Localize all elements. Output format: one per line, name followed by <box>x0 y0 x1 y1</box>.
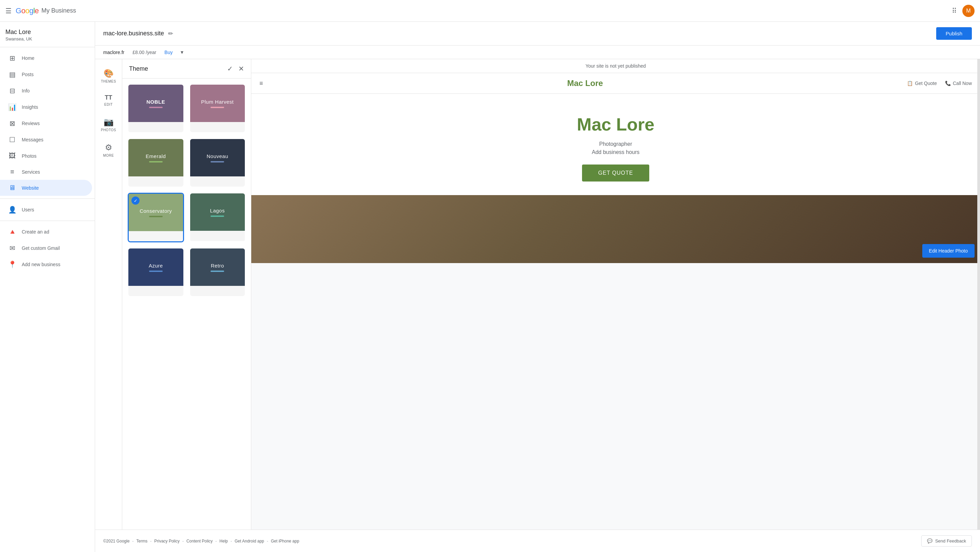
footer-iphone-app[interactable]: Get iPhone app <box>271 539 299 544</box>
sidebar-item-info[interactable]: ⊟ Info <box>0 83 92 99</box>
more-icon-label: MORE <box>103 154 114 157</box>
sidebar-item-add-business[interactable]: 📍 Add new business <box>0 256 95 273</box>
services-label: Services <box>22 169 40 175</box>
theme-card-nouveau[interactable]: Nouveau <box>189 138 246 187</box>
create-ad-icon: 🔺 <box>8 228 16 236</box>
edit-text-icon: TT <box>105 94 112 101</box>
preview-get-quote-link[interactable]: 📋 Get Quote <box>907 81 937 86</box>
quote-icon: 📋 <box>907 81 913 86</box>
panel-icon-more[interactable]: ⚙ MORE <box>96 139 121 161</box>
apps-grid-icon[interactable]: ⠿ <box>952 7 957 15</box>
theme-card-lagos[interactable]: Lagos <box>189 193 246 242</box>
not-published-notice: Your site is not yet published <box>251 59 980 73</box>
theme-close-icon[interactable]: ✕ <box>239 65 244 73</box>
google-logo-text: Google <box>16 6 39 15</box>
theme-name-nouveau: Nouveau <box>207 153 228 159</box>
sidebar-item-photos[interactable]: 🖼 Photos <box>0 148 92 164</box>
sidebar: Mac Lore Swansea, UK ⊞ Home ▤ Posts ⊟ In… <box>0 22 95 552</box>
edit-header-photo-button[interactable]: Edit Header Photo <box>922 244 975 258</box>
feedback-icon: 💬 <box>927 538 932 544</box>
sidebar-item-website[interactable]: 🖥 Website <box>0 180 92 196</box>
sidebar-item-reviews[interactable]: ⊠ Reviews <box>0 115 92 132</box>
insights-icon: 📊 <box>8 103 16 111</box>
theme-card-retro[interactable]: Retro <box>189 248 246 297</box>
my-business-logo-text: My Business <box>41 7 76 14</box>
sidebar-item-services[interactable]: ≡ Services <box>0 164 92 180</box>
theme-card-plum-harvest[interactable]: Plum Harvest <box>189 84 246 133</box>
sidebar-item-home[interactable]: ⊞ Home <box>0 50 92 66</box>
header-photo-placeholder <box>251 195 980 263</box>
users-label: Users <box>22 207 34 212</box>
camera-icon: 📷 <box>103 117 114 127</box>
reviews-icon: ⊠ <box>8 119 16 128</box>
theme-name-conservatory: Conservatory <box>140 208 172 214</box>
theme-confirm-icon[interactable]: ✓ <box>227 65 233 73</box>
preview-call-now-link[interactable]: 📞 Call Now <box>945 81 972 86</box>
top-nav-left: ☰ Google My Business <box>5 6 76 15</box>
theme-name-azure: Azure <box>149 263 163 268</box>
panel-icon-photos[interactable]: 📷 PHOTOS <box>96 113 121 136</box>
photos-icon: 🖼 <box>8 152 16 160</box>
site-url: mac-lore.business.site <box>103 30 164 37</box>
add-business-icon: 📍 <box>8 260 16 268</box>
theme-card-bottom-plum-harvest <box>190 122 245 132</box>
domain-name: maclore.fr <box>103 49 124 55</box>
site-footer: ©2021 Google - Terms - Privacy Policy - … <box>95 530 980 552</box>
edit-url-icon[interactable]: ✏ <box>168 30 173 37</box>
home-icon: ⊞ <box>8 54 16 62</box>
theme-card-noble[interactable]: NOBLE <box>128 84 184 133</box>
sidebar-item-insights[interactable]: 📊 Insights <box>0 99 92 115</box>
domain-price: £8.00 /year <box>132 49 156 55</box>
footer-help[interactable]: Help <box>220 539 228 544</box>
theme-card-bottom-lagos <box>190 231 245 241</box>
preview-cta-button[interactable]: GET QUOTE <box>582 164 650 182</box>
footer-android-app[interactable]: Get Android app <box>235 539 264 544</box>
sidebar-item-messages[interactable]: ☐ Messages <box>0 132 92 148</box>
business-info: Mac Lore Swansea, UK <box>0 22 95 47</box>
hamburger-icon[interactable]: ☰ <box>5 7 11 15</box>
theme-bar-azure <box>149 271 163 272</box>
settings-icon: ⚙ <box>105 143 112 152</box>
footer-content-policy[interactable]: Content Policy <box>186 539 213 544</box>
messages-label: Messages <box>22 137 43 142</box>
quote-link-text: Get Quote <box>915 81 937 86</box>
top-nav-right: ⠿ M <box>952 5 975 17</box>
sidebar-item-create-ad[interactable]: 🔺 Create an ad <box>0 224 95 240</box>
chevron-down-icon[interactable]: ▾ <box>181 49 183 56</box>
content-area: mac-lore.business.site ✏ Publish maclore… <box>95 22 980 552</box>
preview-nav-right: 📋 Get Quote 📞 Call Now <box>907 81 972 86</box>
sidebar-item-get-gmail[interactable]: ✉ Get custom Gmail <box>0 240 95 256</box>
footer-terms[interactable]: Terms <box>137 539 148 544</box>
themes-icon-label: THEMES <box>101 80 116 83</box>
home-label: Home <box>22 56 34 61</box>
preview-nav-hamburger: ≡ <box>259 80 263 87</box>
selected-check-icon: ✓ <box>131 196 140 205</box>
theme-card-emerald[interactable]: Emerald <box>128 138 184 187</box>
website-label: Website <box>22 185 39 191</box>
theme-panel: 🎨 THEMES TT EDIT 📷 PHOTOS ⚙ MORE <box>95 59 251 530</box>
theme-card-azure[interactable]: Azure <box>128 248 184 297</box>
preview-hero: Mac Lore Photographer Add business hours… <box>251 94 980 195</box>
preview-scrollable[interactable]: ≡ Mac Lore 📋 Get Quote 📞 Call Now <box>251 73 980 530</box>
send-feedback-button[interactable]: 💬 Send Feedback <box>921 535 972 547</box>
preview-scrollbar[interactable] <box>977 59 980 530</box>
sidebar-item-users[interactable]: 👤 Users <box>0 201 92 218</box>
photos-label: Photos <box>22 153 37 159</box>
theme-name-lagos: Lagos <box>210 208 225 214</box>
panel-icon-themes[interactable]: 🎨 THEMES <box>96 65 121 87</box>
theme-grid-panel: Theme ✓ ✕ NOBLE Plum Ha <box>122 59 251 530</box>
website-icon: 🖥 <box>8 184 16 192</box>
messages-icon: ☐ <box>8 136 16 144</box>
theme-bar-lagos <box>210 215 224 217</box>
publish-button[interactable]: Publish <box>936 27 972 40</box>
footer-privacy[interactable]: Privacy Policy <box>154 539 180 544</box>
info-label: Info <box>22 88 30 94</box>
theme-card-conservatory[interactable]: ✓ Conservatory <box>128 193 184 242</box>
info-icon: ⊟ <box>8 87 16 95</box>
avatar[interactable]: M <box>963 5 975 17</box>
sidebar-item-posts[interactable]: ▤ Posts <box>0 66 92 83</box>
get-gmail-label: Get custom Gmail <box>22 246 60 251</box>
buy-button[interactable]: Buy <box>164 49 172 55</box>
theme-bar-retro <box>210 271 224 272</box>
panel-icon-edit[interactable]: TT EDIT <box>96 90 121 110</box>
